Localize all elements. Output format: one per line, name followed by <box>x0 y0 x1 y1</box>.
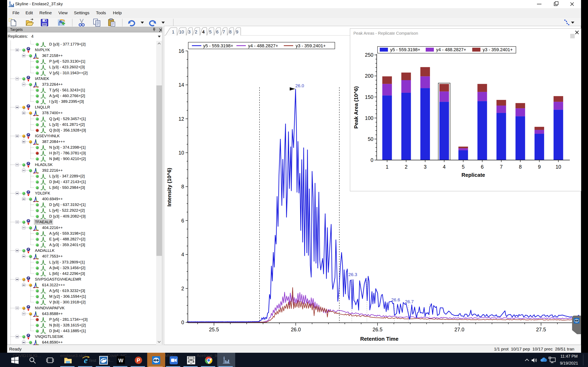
svg-text:1: 1 <box>386 164 389 170</box>
svg-text:16: 16 <box>178 48 184 54</box>
svg-text:0: 0 <box>181 319 184 325</box>
svg-text:5: 5 <box>462 164 465 170</box>
svg-text:Retention Time: Retention Time <box>360 336 398 342</box>
svg-text:4: 4 <box>181 252 184 257</box>
svg-text:Intensity (10^6): Intensity (10^6) <box>166 168 172 207</box>
svg-text:y3 - 359.2401+: y3 - 359.2401+ <box>483 47 513 52</box>
svg-text:10: 10 <box>555 164 561 170</box>
svg-text:26.7: 26.7 <box>405 299 414 304</box>
svg-text:250: 250 <box>365 52 373 58</box>
svg-text:100: 100 <box>365 115 373 121</box>
svg-text:y3 - 359.2401+: y3 - 359.2401+ <box>296 43 326 48</box>
svg-text:26.6: 26.6 <box>391 297 400 302</box>
svg-text:26.0: 26.0 <box>291 327 301 332</box>
svg-text:6: 6 <box>181 218 184 224</box>
svg-text:y4 - 488.2827+: y4 - 488.2827+ <box>248 43 278 48</box>
svg-text:P: P <box>137 357 140 363</box>
svg-text:y5 - 559.3198+: y5 - 559.3198+ <box>203 43 233 48</box>
svg-text:Replicate: Replicate <box>461 172 485 178</box>
svg-text:26.0: 26.0 <box>295 83 304 88</box>
svg-text:8: 8 <box>519 164 522 170</box>
svg-text:W: W <box>118 358 123 364</box>
svg-text:6: 6 <box>481 164 484 170</box>
svg-text:7: 7 <box>500 164 503 170</box>
svg-text:0: 0 <box>371 157 373 163</box>
svg-text:Peak Area (10^6): Peak Area (10^6) <box>353 86 359 129</box>
svg-text:26.5: 26.5 <box>373 327 383 332</box>
svg-text:2: 2 <box>181 286 184 291</box>
svg-text:26.3: 26.3 <box>348 272 357 277</box>
svg-text:14: 14 <box>178 82 184 88</box>
svg-text:3: 3 <box>424 164 426 170</box>
svg-text:y5 - 559.3198+: y5 - 559.3198+ <box>390 47 420 52</box>
svg-text:27.0: 27.0 <box>454 327 465 332</box>
svg-text:y4 - 488.2827+: y4 - 488.2827+ <box>436 47 466 52</box>
svg-text:150: 150 <box>365 94 373 100</box>
svg-text:10: 10 <box>178 150 184 156</box>
svg-text:9: 9 <box>538 164 541 170</box>
svg-text:200: 200 <box>365 73 373 79</box>
svg-text:12: 12 <box>178 116 184 122</box>
svg-text:27.5: 27.5 <box>536 327 546 332</box>
svg-text:8: 8 <box>181 184 184 189</box>
svg-text:4: 4 <box>443 164 446 170</box>
svg-text:50: 50 <box>368 136 373 142</box>
svg-text:2: 2 <box>405 164 407 170</box>
svg-text:25.5: 25.5 <box>209 327 219 332</box>
